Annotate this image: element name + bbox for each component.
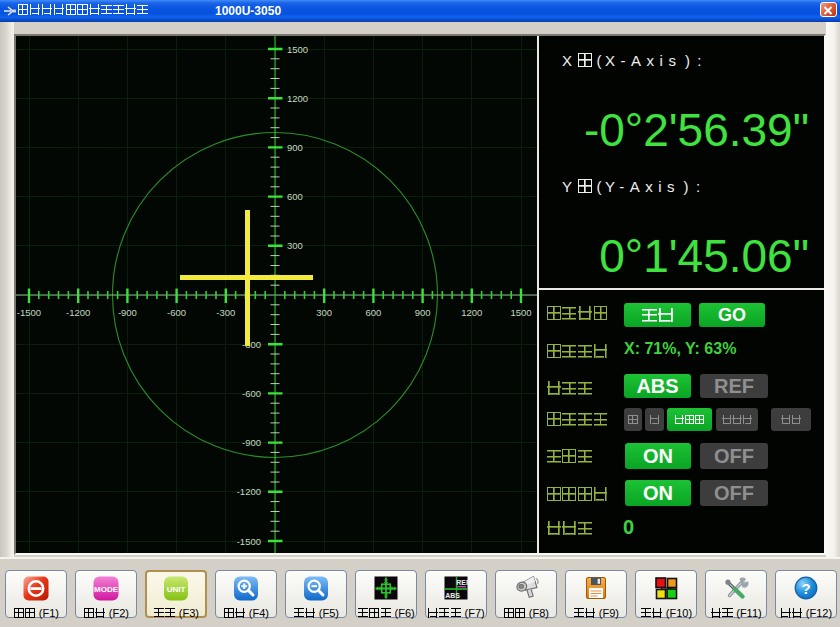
svg-text:300: 300 xyxy=(316,307,332,318)
svg-text:1200: 1200 xyxy=(461,307,482,318)
svg-text:1200: 1200 xyxy=(287,93,308,104)
svg-text:-600: -600 xyxy=(167,307,186,318)
svg-text:-600: -600 xyxy=(242,388,261,399)
svg-text:-900: -900 xyxy=(242,437,261,448)
svg-text:600: 600 xyxy=(365,307,381,318)
svg-text:-1200: -1200 xyxy=(66,307,90,318)
svg-text:UNIT: UNIT xyxy=(167,585,186,594)
svg-text:REF: REF xyxy=(456,579,470,586)
svg-text:300: 300 xyxy=(287,240,303,251)
svg-text:900: 900 xyxy=(415,307,431,318)
svg-text:-1500: -1500 xyxy=(237,536,261,547)
svg-text:900: 900 xyxy=(287,142,303,153)
svg-text:1500: 1500 xyxy=(287,44,308,55)
svg-text:MODE: MODE xyxy=(94,585,119,594)
svg-text:-300: -300 xyxy=(242,339,261,350)
svg-text:1500: 1500 xyxy=(510,307,531,318)
svg-text:-1500: -1500 xyxy=(17,307,41,318)
svg-text:-300: -300 xyxy=(216,307,235,318)
svg-text:ABS: ABS xyxy=(445,592,460,599)
svg-text:-1200: -1200 xyxy=(237,486,261,497)
svg-text:600: 600 xyxy=(287,191,303,202)
svg-text:-900: -900 xyxy=(118,307,137,318)
svg-text:?: ? xyxy=(801,580,810,597)
